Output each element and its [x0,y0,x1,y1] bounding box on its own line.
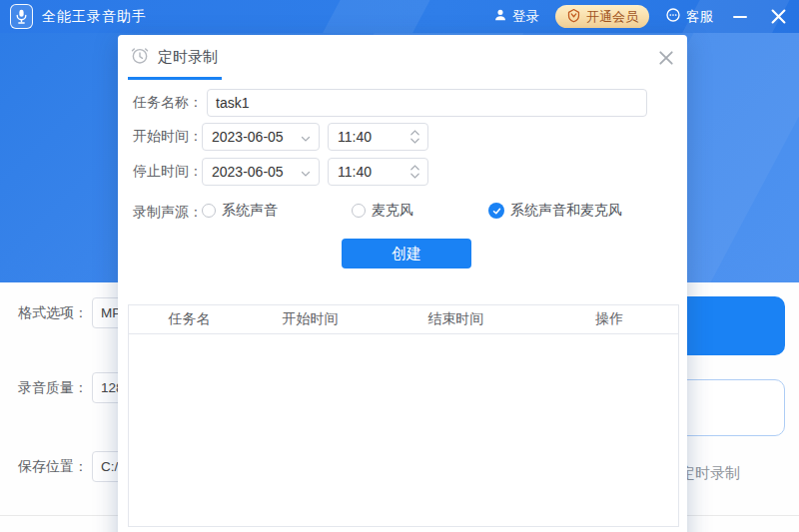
titlebar-right: 登录 开通会员 客服 [493,5,789,28]
dialog-tab: 定时录制 [128,45,222,80]
app-window: 全能王录音助手 登录 开通会员 [0,0,799,532]
login-label: 登录 [512,8,539,26]
stop-date-value: 2023-06-05 [212,164,284,180]
titlebar: 全能王录音助手 登录 开通会员 [0,0,799,33]
login-button[interactable]: 登录 [493,8,539,26]
column-end-time: 结束时间 [371,310,541,328]
column-actions: 操作 [541,310,679,328]
minimize-button[interactable] [729,6,751,28]
task-table-body-empty [129,334,678,527]
stop-time-row: 停止时间： 2023-06-05 11:40 [133,158,672,186]
start-clock-input: 11:40 [328,123,428,151]
task-table: 任务名 开始时间 结束时间 操作 [128,304,679,527]
vip-badge-icon [566,8,581,26]
radio-checked-icon [488,203,504,219]
source-option-label: 系统声音 [222,202,278,220]
start-time-row: 开始时间： 2023-06-05 11:40 [133,123,672,151]
radio-icon [202,204,216,218]
vip-label: 开通会员 [586,8,638,26]
vip-button[interactable]: 开通会员 [555,5,649,28]
dialog-header: 定时录制 [118,35,687,75]
source-radio-0[interactable]: 系统声音 [202,202,278,220]
source-option-label: 系统声音和麦克风 [510,202,622,220]
source-radio-1[interactable]: 麦克风 [352,202,413,220]
user-icon [493,8,507,25]
service-label: 客服 [686,8,713,26]
app-logo-mic-icon [10,4,33,29]
start-date-value: 2023-06-05 [212,129,284,145]
stop-clock-input: 11:40 [328,158,428,186]
time-spinner-icon[interactable] [409,163,420,181]
source-label: 录制声源： [133,204,207,222]
stop-clock-value[interactable]: 11:40 [338,164,372,180]
close-button[interactable] [767,6,789,28]
task-table-header: 任务名 开始时间 结束时间 操作 [129,305,678,334]
start-date-select[interactable]: 2023-06-05 [202,123,320,151]
dialog-title: 定时录制 [158,48,218,67]
app-title: 全能王录音助手 [42,8,147,26]
timed-recording-dialog: 定时录制 任务名称： 开始时间： 2023-06-05 11:40 [118,35,687,532]
save-location-label: 保存位置： [12,458,88,476]
task-name-row: 任务名称： [133,89,672,117]
task-name-input[interactable] [207,89,647,117]
titlebar-streak [314,0,435,33]
column-start-time: 开始时间 [250,310,371,328]
quality-label: 录音质量： [12,379,88,397]
dialog-close-icon[interactable] [653,45,679,71]
headset-icon [665,7,681,26]
time-spinner-icon[interactable] [409,128,420,146]
stop-time-label: 停止时间： [133,163,207,181]
source-option-label: 麦克风 [372,202,413,220]
start-time-label: 开始时间： [133,128,207,146]
radio-icon [352,204,366,218]
chevron-down-icon [300,167,312,183]
timed-recording-link[interactable]: 定时录制 [680,464,740,483]
column-task-name: 任务名 [129,310,250,328]
alarm-clock-icon [130,45,150,69]
customer-service-button[interactable]: 客服 [665,7,713,26]
source-radio-2[interactable]: 系统声音和麦克风 [488,202,622,220]
stop-date-select[interactable]: 2023-06-05 [202,158,320,186]
start-clock-value[interactable]: 11:40 [338,129,372,145]
format-label: 格式选项： [12,304,88,322]
chevron-down-icon [300,132,312,148]
task-name-label: 任务名称： [133,94,207,112]
titlebar-left: 全能王录音助手 [10,4,147,29]
create-button[interactable]: 创建 [342,239,471,268]
